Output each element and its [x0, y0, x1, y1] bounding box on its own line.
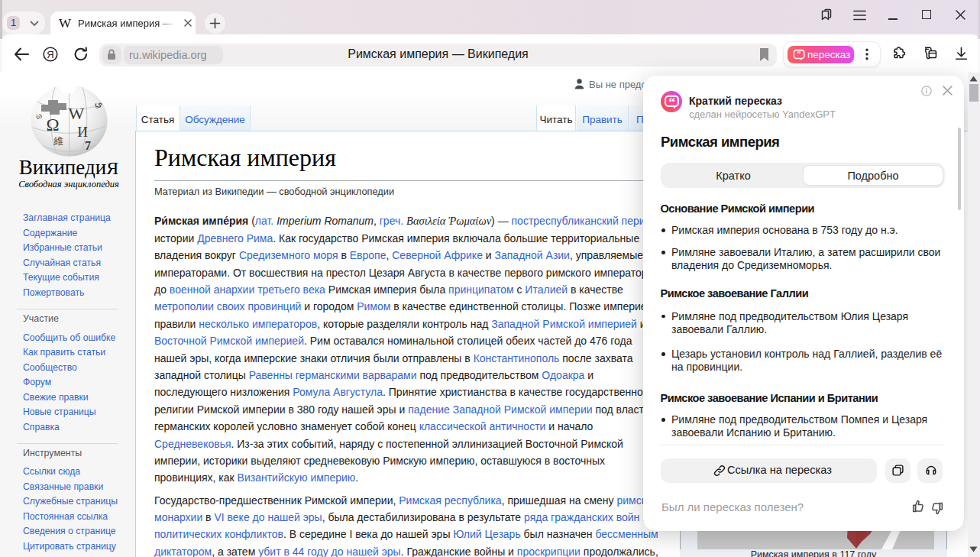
svg-text:И: И: [77, 124, 88, 140]
svg-text:“: “: [668, 94, 675, 109]
svg-text:“: “: [797, 50, 801, 58]
svg-text:維: 維: [53, 135, 64, 147]
svg-text:Я: Я: [47, 49, 53, 60]
svg-text:Ω: Ω: [46, 115, 59, 134]
svg-text:W: W: [69, 104, 85, 123]
svg-text:7: 7: [85, 139, 91, 152]
